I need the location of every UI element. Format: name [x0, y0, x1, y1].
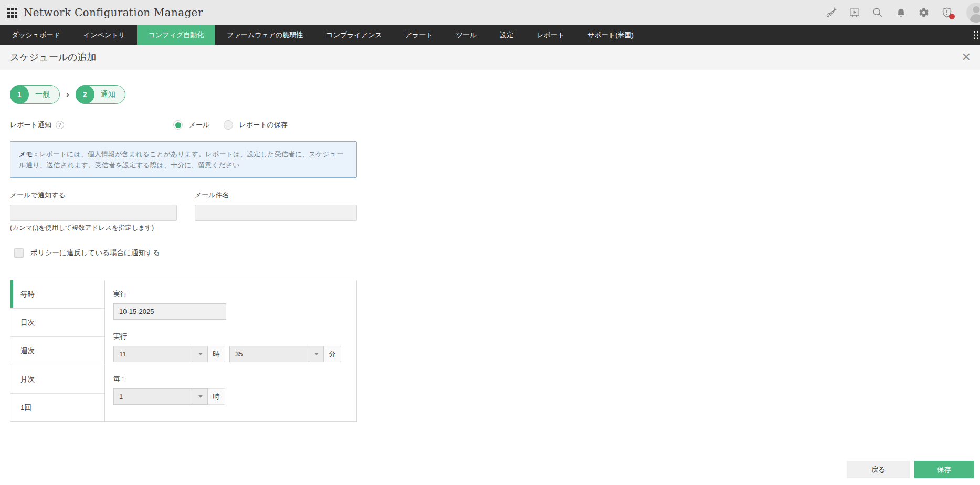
email-subject-input[interactable]	[195, 205, 357, 221]
notify-radio-group: メール レポートの保存	[173, 120, 288, 130]
minute-suffix: 分	[324, 346, 341, 362]
memo-info-box: メモ : レポートには、個人情報が含まれることがあります。レポートは、設定した受…	[10, 141, 357, 178]
nav-item-reports[interactable]: レポート	[525, 25, 576, 45]
settings-gear-icon[interactable]	[918, 7, 930, 18]
report-notify-label: レポート通知	[10, 120, 51, 130]
rocket-icon[interactable]	[826, 7, 837, 18]
close-icon[interactable]: ✕	[962, 51, 971, 63]
schedule-box: 毎時 日次 週次 月次 1回 実行 10-15-2025 実行 11 時 35	[10, 280, 357, 422]
radio-email-circle[interactable]	[173, 120, 183, 130]
tab-weekly[interactable]: 週次	[10, 337, 104, 365]
presentation-icon[interactable]	[849, 7, 860, 18]
search-icon[interactable]	[872, 7, 883, 18]
radio-email-label: メール	[189, 120, 210, 130]
policy-violation-label: ポリシーに違反している場合に通知する	[30, 248, 160, 258]
nav-item-tools[interactable]: ツール	[445, 25, 489, 45]
hour-select[interactable]: 11	[113, 346, 208, 362]
header-icons	[826, 0, 980, 25]
caret-down-icon	[198, 395, 203, 398]
step-notification-number: 2	[76, 85, 94, 104]
schedule-panel: 実行 10-15-2025 実行 11 時 35 分 毎 : 1	[105, 280, 356, 421]
chevron-right-icon: ›	[66, 89, 69, 100]
report-notify-row: レポート通知 ? メール レポートの保存	[10, 120, 970, 130]
every-select[interactable]: 1	[113, 388, 208, 405]
minute-select-arrow[interactable]	[309, 346, 323, 362]
main-nav: ダッシュボード インベントリ コンフィグ自動化 ファームウェアの脆弱性 コンプラ…	[0, 25, 980, 45]
policy-violation-checkbox[interactable]	[14, 248, 24, 258]
hour-select-value: 11	[114, 346, 193, 362]
step-notification-label: 通知	[101, 90, 115, 99]
nav-item-firmware-vulnerability[interactable]: ファームウェアの脆弱性	[215, 25, 314, 45]
app-header: Network Configuration Manager	[0, 0, 980, 25]
nav-more-dots-icon[interactable]	[974, 31, 978, 39]
tab-daily[interactable]: 日次	[10, 309, 104, 337]
policy-violation-checkbox-row[interactable]: ポリシーに違反している場合に通知する	[14, 248, 970, 258]
email-fields-row: メールで通知する (カンマ(,)を使用して複数アドレスを指定します) メール件名	[10, 191, 970, 247]
radio-save-report-label: レポートの保存	[239, 120, 288, 130]
run-date-input[interactable]: 10-15-2025	[113, 303, 226, 320]
nav-item-settings[interactable]: 設定	[488, 25, 525, 45]
step-notification[interactable]: 2 通知	[76, 85, 125, 104]
tab-hourly[interactable]: 毎時	[10, 280, 104, 309]
schedule-tabs: 毎時 日次 週次 月次 1回	[10, 280, 105, 421]
radio-save-report[interactable]: レポートの保存	[224, 120, 288, 130]
nav-item-support[interactable]: サポート(米国)	[576, 25, 645, 45]
email-to-label: メールで通知する	[10, 191, 177, 200]
radio-email[interactable]: メール	[173, 120, 210, 130]
user-avatar[interactable]	[966, 3, 980, 23]
nav-item-dashboard[interactable]: ダッシュボード	[0, 25, 72, 45]
nav-item-inventory[interactable]: インベントリ	[72, 25, 137, 45]
every-suffix: 時	[208, 388, 225, 405]
email-hint: (カンマ(,)を使用して複数アドレスを指定します)	[10, 224, 177, 233]
email-subject-label: メール件名	[195, 191, 357, 200]
wizard-steps: 1 一般 › 2 通知	[10, 85, 970, 104]
security-alert-shield-icon[interactable]	[941, 7, 953, 18]
step-general[interactable]: 1 一般	[10, 85, 60, 104]
step-general-label: 一般	[35, 90, 50, 99]
save-button[interactable]: 保存	[914, 461, 974, 478]
run-time-row: 11 時 35 分	[113, 346, 356, 362]
hour-suffix: 時	[208, 346, 225, 362]
dialog-content: 1 一般 › 2 通知 レポート通知 ? メール レポートの保存 メモ : レポ…	[0, 70, 980, 422]
every-select-value: 1	[114, 389, 193, 404]
nav-item-alerts[interactable]: アラート	[394, 25, 445, 45]
every-label: 毎 :	[113, 374, 356, 384]
memo-prefix: メモ :	[19, 150, 37, 158]
every-select-arrow[interactable]	[193, 389, 207, 404]
run-date-label: 実行	[113, 289, 356, 299]
caret-down-icon	[198, 353, 203, 355]
memo-text: レポートには、個人情報が含まれることがあります。レポートは、設定した受信者に、ス…	[19, 150, 343, 169]
help-icon[interactable]: ?	[56, 121, 64, 129]
nav-item-compliance[interactable]: コンプライアンス	[314, 25, 393, 45]
radio-save-report-circle[interactable]	[224, 120, 233, 130]
caret-down-icon	[314, 353, 319, 355]
page-title: スケジュールの追加	[10, 51, 97, 64]
back-button[interactable]: 戻る	[847, 461, 910, 478]
footer-actions: 戻る 保存	[847, 461, 974, 478]
minute-select-value: 35	[230, 346, 309, 362]
email-to-input[interactable]	[10, 205, 177, 221]
step-general-number: 1	[10, 85, 29, 104]
tab-once[interactable]: 1回	[10, 394, 104, 421]
hour-select-arrow[interactable]	[193, 346, 207, 362]
dialog-titlebar: スケジュールの追加 ✕	[0, 45, 980, 70]
nav-item-config-automation[interactable]: コンフィグ自動化	[137, 25, 216, 45]
tab-monthly[interactable]: 月次	[10, 365, 104, 394]
run-time-label: 実行	[113, 332, 356, 341]
notifications-bell-icon[interactable]	[895, 7, 907, 18]
minute-select[interactable]: 35	[229, 346, 324, 362]
alert-badge	[949, 14, 955, 19]
every-row: 1 時	[113, 388, 356, 405]
apps-grid-icon[interactable]	[7, 8, 17, 18]
app-title: Network Configuration Manager	[24, 6, 203, 19]
